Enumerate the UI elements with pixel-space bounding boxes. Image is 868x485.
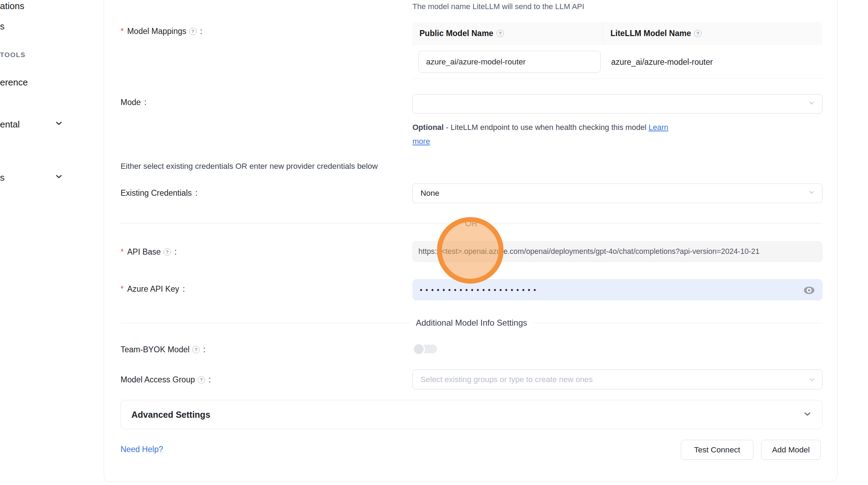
sidebar-item-experimental[interactable]: ental <box>0 119 20 130</box>
eye-icon[interactable] <box>803 286 815 296</box>
team-byok-toggle-knob[interactable] <box>412 343 425 355</box>
required-mark: * <box>121 284 124 294</box>
chevron-down-icon <box>54 172 63 183</box>
team-byok-label: Team-BYOK Model ? : <box>121 345 205 354</box>
sidebar-item-label: s <box>0 21 5 32</box>
mode-select[interactable] <box>412 94 822 113</box>
sidebar-item-models[interactable]: s <box>0 21 5 32</box>
add-model-button[interactable]: Add Model <box>761 440 821 460</box>
learn-more-link[interactable]: Learn <box>649 123 668 132</box>
click-highlight-indicator <box>437 217 504 284</box>
sidebar-section-tools: TOOLS <box>0 51 26 59</box>
chevron-down-icon <box>807 188 816 199</box>
model-access-group-label: Model Access Group ? : <box>121 375 211 384</box>
help-icon[interactable]: ? <box>164 248 171 256</box>
mode-label: Mode : <box>121 98 146 107</box>
sidebar-section-label: TOOLS <box>0 51 26 59</box>
chevron-down-icon <box>802 409 812 420</box>
existing-credentials-select[interactable]: None <box>412 183 822 203</box>
need-help-link[interactable]: Need Help? <box>121 445 163 454</box>
help-icon[interactable]: ? <box>198 376 205 383</box>
required-mark: * <box>121 247 124 257</box>
chevron-down-icon <box>808 375 816 385</box>
column-header-litellm-model-name: LiteLLM Model Name ? <box>603 22 702 45</box>
mode-hint: Optional - LiteLLM endpoint to use when … <box>412 120 805 148</box>
advanced-settings-panel[interactable]: Advanced Settings <box>121 400 822 429</box>
chevron-down-icon <box>807 99 816 109</box>
public-model-name-input[interactable] <box>418 51 601 73</box>
required-mark: * <box>121 27 124 36</box>
api-base-label: * API Base ? : <box>121 247 177 257</box>
sidebar-item-label: ental <box>0 119 20 130</box>
model-access-group-input[interactable] <box>412 369 822 389</box>
test-connect-button[interactable]: Test Connect <box>681 440 753 460</box>
model-mappings-table: Public Model Name ? LiteLLM Model Name ?… <box>412 22 822 79</box>
existing-credentials-label: Existing Credentials : <box>121 188 198 198</box>
table-header: Public Model Name ? LiteLLM Model Name ? <box>412 22 822 45</box>
sidebar-item-label: erence <box>0 77 28 88</box>
litellm-model-name-value: azure_ai/azure-model-router <box>611 57 713 67</box>
mode-hint-bold: Optional <box>412 123 444 132</box>
help-icon[interactable]: ? <box>189 28 197 35</box>
model-name-hint: The model name LiteLLM will send to the … <box>412 2 584 11</box>
sidebar-item-api-reference[interactable]: erence <box>0 77 28 88</box>
advanced-settings-title: Advanced Settings <box>131 410 802 420</box>
sidebar-item-label: s <box>0 172 5 183</box>
credentials-note: Either select existing credentials OR en… <box>121 162 378 171</box>
additional-settings-divider: Additional Model Info Settings <box>121 318 822 328</box>
chevron-down-icon <box>54 119 63 130</box>
sidebar-item-settings[interactable]: s <box>0 172 5 183</box>
sidebar-item-organizations[interactable]: ations <box>0 1 24 12</box>
table-row: azure_ai/azure-model-router <box>412 45 822 79</box>
column-header-public-model-name: Public Model Name ? <box>412 22 603 45</box>
sidebar-item-label: ations <box>0 1 24 12</box>
help-icon[interactable]: ? <box>192 346 200 353</box>
model-mappings-label: * Model Mappings ? : <box>121 27 202 36</box>
help-icon[interactable]: ? <box>694 30 702 37</box>
azure-api-key-label: * Azure API Key : <box>121 284 185 294</box>
learn-more-link[interactable]: more <box>412 137 430 146</box>
help-icon[interactable]: ? <box>497 30 504 37</box>
